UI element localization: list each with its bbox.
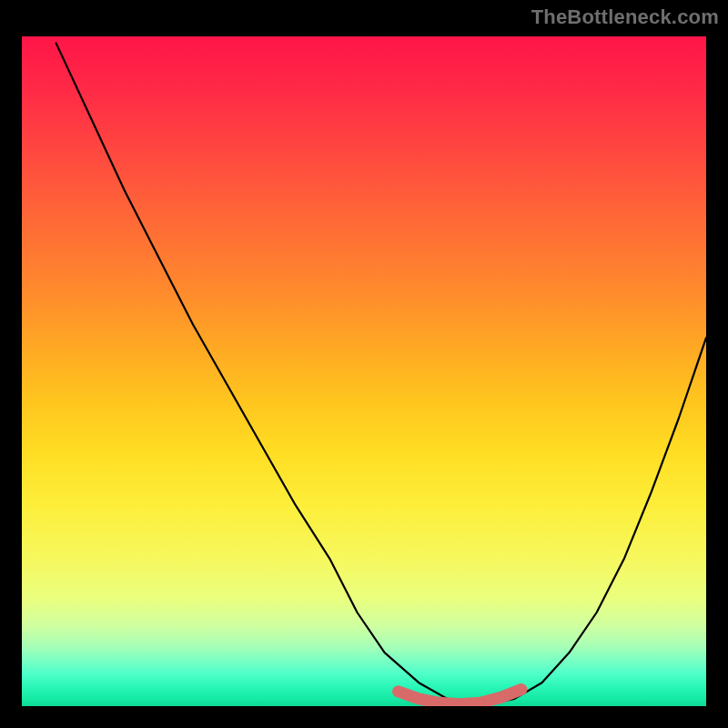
bottleneck-curve bbox=[56, 43, 706, 703]
watermark-text: TheBottleneck.com bbox=[531, 5, 719, 29]
plot-area bbox=[22, 36, 706, 706]
chart-stage: TheBottleneck.com bbox=[0, 0, 728, 728]
fit-region-marker bbox=[399, 690, 521, 704]
curve-layer bbox=[22, 36, 706, 706]
